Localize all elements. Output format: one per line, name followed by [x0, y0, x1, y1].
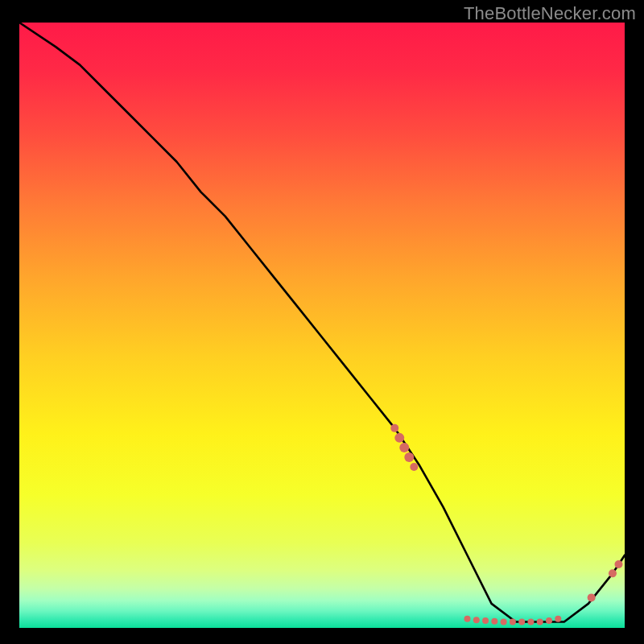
watermark-label: TheBottleNecker.com	[464, 3, 636, 24]
marker-point	[482, 617, 489, 624]
marker-point	[609, 569, 617, 577]
plot-area	[19, 23, 625, 628]
marker-point	[510, 618, 516, 625]
marker-point	[518, 618, 525, 625]
marker-point	[588, 593, 596, 601]
bottleneck-curve	[19, 23, 625, 621]
data-layer	[19, 23, 625, 628]
marker-point	[491, 618, 497, 625]
marker-point	[399, 443, 409, 452]
marker-point	[537, 618, 543, 625]
chart-root: TheBottleNecker.com	[0, 0, 644, 644]
marker-point	[546, 617, 552, 624]
marker-point	[404, 452, 414, 462]
marker-point	[473, 617, 480, 623]
highlight-points	[390, 424, 622, 625]
marker-point	[410, 463, 418, 471]
marker-point	[501, 618, 507, 625]
marker-point	[527, 618, 534, 625]
marker-point	[614, 560, 622, 568]
marker-point	[390, 424, 398, 432]
marker-point	[555, 616, 561, 622]
marker-point	[464, 616, 470, 622]
marker-point	[394, 433, 404, 443]
